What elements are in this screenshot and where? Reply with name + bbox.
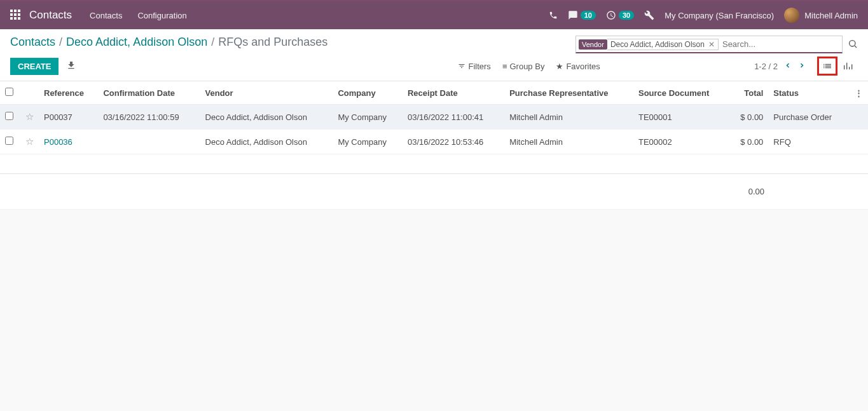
col-reference[interactable]: Reference: [39, 81, 98, 105]
search-box[interactable]: Vendor Deco Addict, Addison Olson ✕: [575, 36, 843, 53]
svg-rect-2: [18, 10, 20, 12]
svg-rect-5: [18, 13, 20, 16]
select-all-checkbox[interactable]: [5, 88, 13, 96]
pager-count[interactable]: 1-2 / 2: [754, 62, 778, 71]
search-icon[interactable]: [848, 39, 858, 51]
table-row[interactable]: ☆ P00036 Deco Addict, Addison Olson My C…: [0, 130, 868, 154]
search-facet-value: Deco Addict, Addison Olson ✕: [607, 39, 719, 50]
purchase-list: Reference Confirmation Date Vendor Compa…: [0, 81, 868, 210]
cell-receipt-date: 03/16/2022 10:53:46: [403, 130, 504, 154]
footer-row: 0.00: [0, 174, 868, 210]
control-panel: Contacts / Deco Addict, Addison Olson / …: [0, 29, 868, 81]
create-button[interactable]: CREATE: [10, 58, 59, 75]
table-row[interactable]: ☆ P00037 03/16/2022 11:00:59 Deco Addict…: [0, 105, 868, 130]
cell-confirmation-date: [98, 130, 200, 154]
cell-vendor: Deco Addict, Addison Olson: [200, 130, 333, 154]
svg-rect-8: [18, 17, 20, 20]
breadcrumb-root[interactable]: Contacts: [10, 36, 55, 49]
cell-status: Purchase Order: [768, 105, 850, 130]
footer-total: 0.00: [693, 174, 769, 210]
col-total[interactable]: Total: [729, 81, 769, 105]
pager-next-icon[interactable]: [798, 62, 806, 71]
row-checkbox[interactable]: [5, 112, 13, 120]
search-facet-label: Vendor: [579, 39, 607, 50]
apps-icon[interactable]: [10, 10, 20, 22]
facet-remove-icon[interactable]: ✕: [708, 40, 715, 49]
svg-rect-1: [14, 10, 17, 12]
company-switcher[interactable]: My Company (San Francisco): [665, 11, 774, 20]
svg-rect-0: [10, 10, 13, 12]
col-company[interactable]: Company: [333, 81, 403, 105]
svg-line-10: [855, 46, 857, 48]
topbar: Contacts Contacts Configuration 10 30 My…: [0, 1, 868, 29]
cell-reference: P00037: [39, 105, 98, 130]
reference-link[interactable]: P00036: [44, 137, 72, 147]
cell-source: TE00002: [633, 130, 729, 154]
export-button[interactable]: [66, 60, 76, 72]
svg-point-9: [850, 40, 855, 46]
debug-icon[interactable]: [644, 10, 654, 20]
breadcrumb-current: RFQs and Purchases: [218, 36, 327, 49]
activities-badge: 30: [619, 11, 634, 20]
cell-confirmation-date: 03/16/2022 11:00:59: [98, 105, 200, 130]
cell-source: TE00001: [633, 105, 729, 130]
nav-contacts[interactable]: Contacts: [90, 11, 122, 20]
company-name: My Company (San Francisco): [665, 11, 774, 20]
star-icon[interactable]: ☆: [25, 111, 34, 122]
col-rep[interactable]: Purchase Representative: [504, 81, 633, 105]
search-input[interactable]: [722, 39, 839, 49]
row-checkbox[interactable]: [5, 137, 13, 145]
filters-button[interactable]: Filters: [458, 62, 490, 71]
column-options-icon[interactable]: ⋮: [855, 88, 863, 98]
cell-receipt-date: 03/16/2022 11:00:41: [403, 105, 504, 130]
svg-rect-6: [10, 17, 13, 20]
list-view-button[interactable]: [817, 57, 837, 76]
messages-icon[interactable]: 10: [568, 10, 596, 20]
user-menu[interactable]: Mitchell Admin: [784, 8, 858, 23]
nav-configuration[interactable]: Configuration: [137, 11, 186, 20]
cell-total: $ 0.00: [729, 105, 769, 130]
svg-rect-3: [10, 13, 13, 16]
col-receipt-date[interactable]: Receipt Date: [403, 81, 504, 105]
cell-company: My Company: [333, 105, 403, 130]
groupby-button[interactable]: ≡ Group By: [502, 62, 545, 71]
col-vendor[interactable]: Vendor: [200, 81, 333, 105]
cell-rep: Mitchell Admin: [504, 130, 633, 154]
col-source[interactable]: Source Document: [633, 81, 729, 105]
user-name: Mitchell Admin: [804, 11, 858, 20]
phone-icon[interactable]: [549, 11, 558, 20]
pager: 1-2 / 2: [754, 62, 806, 71]
col-status[interactable]: Status: [768, 81, 850, 105]
favorites-button[interactable]: ★ Favorites: [556, 62, 600, 71]
breadcrumb-contact[interactable]: Deco Addict, Addison Olson: [66, 36, 207, 49]
pager-prev-icon[interactable]: [784, 62, 792, 71]
avatar: [784, 8, 799, 23]
messages-badge: 10: [581, 11, 596, 20]
star-icon[interactable]: ☆: [25, 136, 34, 147]
breadcrumb: Contacts / Deco Addict, Addison Olson / …: [10, 36, 575, 49]
cell-status: RFQ: [768, 130, 850, 154]
cell-rep: Mitchell Admin: [504, 105, 633, 130]
svg-rect-4: [14, 13, 17, 16]
cell-total: $ 0.00: [729, 130, 769, 154]
graph-view-button[interactable]: [837, 57, 858, 76]
app-title[interactable]: Contacts: [29, 9, 72, 22]
activities-icon[interactable]: 30: [606, 10, 634, 20]
cell-company: My Company: [333, 130, 403, 154]
col-confirmation-date[interactable]: Confirmation Date: [98, 81, 200, 105]
svg-rect-7: [14, 17, 17, 20]
cell-vendor: Deco Addict, Addison Olson: [200, 105, 333, 130]
cell-reference: P00036: [39, 130, 98, 154]
